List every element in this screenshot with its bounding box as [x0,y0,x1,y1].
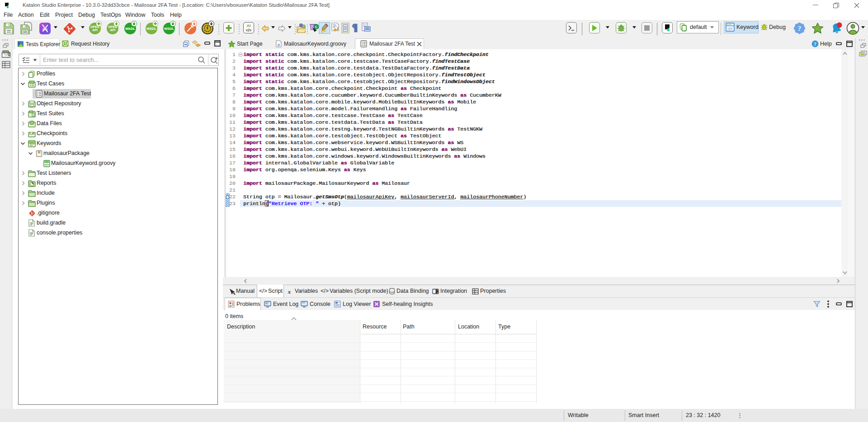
svg-text:</>: </> [728,27,732,30]
svg-text:SELF: SELF [42,28,48,31]
svg-text:AI: AI [247,23,251,28]
svg-text:</>: </> [246,28,251,33]
svg-text:x: x [288,289,291,295]
svg-text:C: C [315,25,318,29]
svg-text:?: ? [814,41,816,47]
svg-text:</>: </> [45,163,49,166]
svg-text:g: g [277,42,280,47]
svg-text:?: ? [798,25,802,32]
